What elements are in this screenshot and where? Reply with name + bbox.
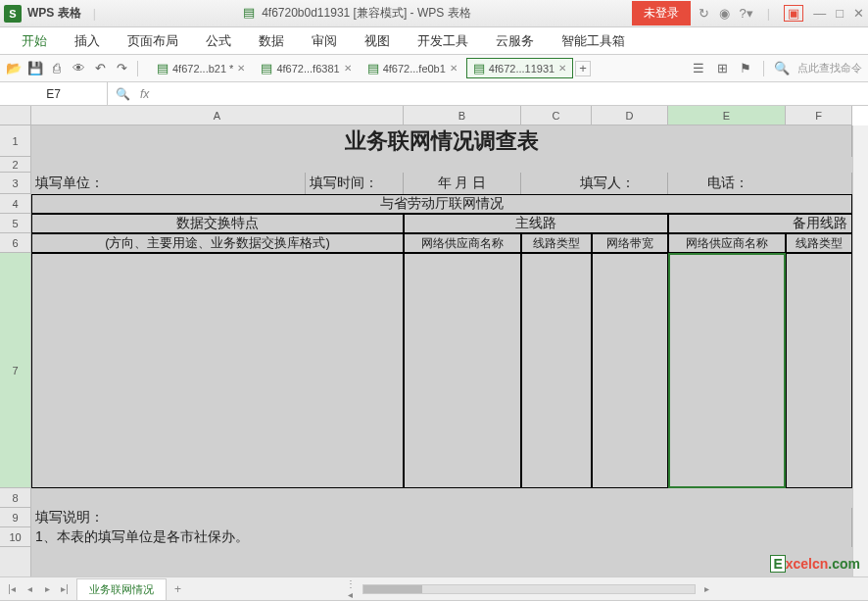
search-hint[interactable]: 点此查找命令 [797, 61, 862, 75]
skin-icon[interactable]: ◉ [719, 6, 730, 21]
close-icon[interactable]: ✕ [853, 6, 864, 21]
cell-f7[interactable] [786, 253, 852, 488]
row-header-2[interactable]: 2 [0, 157, 30, 173]
doc-tab-3[interactable]: ▤4f672...fe0b1✕ [361, 58, 464, 78]
cell-b7[interactable] [404, 253, 521, 488]
cell-main-line[interactable]: 主线路 [404, 214, 668, 233]
save-icon[interactable]: 💾 [27, 61, 43, 76]
cell-title[interactable]: 业务联网情况调查表 [31, 125, 852, 157]
row-header-7[interactable]: 7 [0, 253, 30, 488]
menu-dev-tools[interactable]: 开发工具 [404, 28, 482, 54]
cell-bandwidth[interactable]: 网络带宽 [592, 233, 668, 253]
cell-province-net[interactable]: 与省劳动厅联网情况 [31, 194, 852, 214]
cell-d7[interactable] [592, 253, 668, 488]
preview-icon[interactable]: 👁 [71, 61, 86, 76]
menu-insert[interactable]: 插入 [61, 28, 114, 54]
cell-supplier2[interactable]: 网络供应商名称 [668, 233, 786, 253]
search-icon[interactable]: 🔍 [774, 61, 790, 76]
row-header-10[interactable]: 10 [0, 527, 30, 547]
cell-fill-unit[interactable]: 填写单位： [31, 173, 306, 194]
doc-tab-1[interactable]: ▤4f672...b21 *✕ [150, 58, 252, 78]
cell-line-type2[interactable]: 线路类型 [786, 233, 852, 253]
prev-sheet-icon[interactable]: ◂ [22, 583, 37, 594]
add-tab-icon[interactable]: + [575, 61, 591, 76]
fx-label[interactable]: fx [140, 87, 149, 101]
cell-filler[interactable]: 填写人： [521, 173, 668, 194]
menu-review[interactable]: 审阅 [298, 28, 351, 54]
doc-tab-2[interactable]: ▤4f672...f6381✕ [254, 58, 358, 78]
menu-start[interactable]: 开始 [8, 28, 61, 54]
grid[interactable]: 业务联网情况调查表 填写单位： 填写时间： 年 月 日 填写人： 电话： 与省劳… [31, 125, 852, 576]
menu-smart-tools[interactable]: 智能工具箱 [548, 28, 639, 54]
menu-data[interactable]: 数据 [245, 28, 298, 54]
flag-icon[interactable]: ⚑ [738, 61, 753, 76]
cell-backup-line[interactable]: 备用线路 [668, 214, 852, 233]
col-header-a[interactable]: A [31, 106, 404, 125]
col-header-e[interactable]: E [668, 106, 786, 125]
add-sheet-icon[interactable]: + [167, 582, 189, 596]
scroll-right-icon[interactable]: ▸ [699, 583, 715, 594]
sync-icon[interactable]: ↻ [699, 6, 709, 21]
doc-tab-4[interactable]: ▤4f672...11931✕ [466, 58, 573, 78]
select-all-corner[interactable] [0, 106, 31, 125]
print-icon[interactable]: ⎙ [49, 61, 65, 76]
cell-phone[interactable]: 电话： [668, 173, 852, 194]
cell-fill-time[interactable]: 填写时间： [306, 173, 404, 194]
cell-data-exchange[interactable]: 数据交换特点 [31, 214, 404, 233]
last-sheet-icon[interactable]: ▸| [57, 583, 72, 594]
menu-view[interactable]: 视图 [351, 28, 404, 54]
horizontal-scrollbar[interactable] [362, 584, 696, 594]
row-headers: 1 2 3 4 5 6 7 8 9 10 [0, 125, 31, 576]
grid-icon[interactable]: ⊞ [714, 61, 730, 76]
menu-cloud[interactable]: 云服务 [482, 28, 548, 54]
cell-supplier[interactable]: 网络供应商名称 [404, 233, 521, 253]
cell-date[interactable]: 年 月 日 [404, 173, 521, 194]
help-icon[interactable]: ?▾ [740, 6, 753, 21]
cell-line-type[interactable]: 线路类型 [521, 233, 592, 253]
scroll-left-icon[interactable]: ⋮ ◂ [343, 578, 359, 600]
spreadsheet[interactable]: A B C D E F 1 2 3 4 5 6 7 8 9 10 业务联网情况调… [0, 106, 868, 576]
undo-icon[interactable]: ↶ [92, 61, 108, 76]
close-tab-icon[interactable]: ✕ [237, 63, 245, 74]
sheet-tab[interactable]: 业务联网情况 [76, 578, 167, 600]
vertical-scrollbar[interactable] [852, 125, 868, 576]
minimize-icon[interactable]: — [813, 6, 826, 21]
login-button[interactable]: 未登录 [632, 1, 691, 25]
cell-e7[interactable] [668, 253, 786, 488]
cell-exchange-detail[interactable]: (方向、主要用途、业务数据交换库格式) [31, 233, 404, 253]
row-header-4[interactable]: 4 [0, 194, 30, 214]
list-icon[interactable]: ☰ [691, 61, 706, 76]
menu-formula[interactable]: 公式 [192, 28, 245, 54]
scroll-thumb[interactable] [363, 585, 422, 593]
row-header-5[interactable]: 5 [0, 214, 30, 233]
name-box[interactable]: E7 [0, 82, 108, 105]
menu-page-layout[interactable]: 页面布局 [114, 28, 192, 54]
close-tab-icon[interactable]: ✕ [558, 63, 566, 74]
sheet-tabs-bar: |◂ ◂ ▸ ▸| 业务联网情况 + ⋮ ◂ ▸ [0, 576, 868, 600]
row-header-1[interactable]: 1 [0, 125, 30, 157]
col-header-b[interactable]: B [404, 106, 521, 125]
document-tabs: ▤4f672...b21 *✕ ▤4f672...f6381✕ ▤4f672..… [150, 58, 685, 78]
row-header-8[interactable]: 8 [0, 488, 30, 508]
col-header-d[interactable]: D [592, 106, 668, 125]
redo-icon[interactable]: ↷ [114, 61, 129, 76]
open-icon[interactable]: 📂 [6, 61, 22, 76]
row-header-9[interactable]: 9 [0, 508, 30, 527]
cell-note-1[interactable]: 1、本表的填写单位是各市社保办。 [31, 527, 852, 547]
col-header-f[interactable]: F [786, 106, 852, 125]
first-sheet-icon[interactable]: |◂ [4, 583, 20, 594]
col-header-c[interactable]: C [521, 106, 592, 125]
column-headers: A B C D E F [31, 106, 852, 125]
maximize-icon[interactable]: □ [836, 6, 844, 21]
cell-a7[interactable] [31, 253, 404, 488]
next-sheet-icon[interactable]: ▸ [39, 583, 55, 594]
search-fx-icon[interactable]: 🔍 [116, 87, 130, 101]
pin-icon[interactable]: ▣ [784, 5, 803, 22]
close-tab-icon[interactable]: ✕ [344, 63, 352, 74]
watermark: Excelcn.com [770, 556, 860, 572]
row-header-3[interactable]: 3 [0, 173, 30, 194]
close-tab-icon[interactable]: ✕ [450, 63, 458, 74]
row-header-6[interactable]: 6 [0, 233, 30, 253]
cell-c7[interactable] [521, 253, 592, 488]
cell-note-header[interactable]: 填写说明： [31, 508, 852, 527]
